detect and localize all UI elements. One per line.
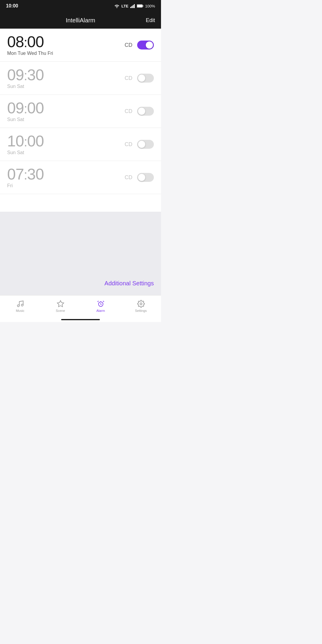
home-indicator (0, 319, 161, 322)
toggle-thumb-3 (138, 108, 145, 115)
app-header: IntelliAlarm Edit (0, 12, 161, 29)
lte-label: LTE (121, 4, 129, 8)
alarm-left-3: 09:00 Sun Sat (7, 100, 44, 122)
toggle-thumb-4 (138, 141, 145, 148)
alarm-right-3: CD (125, 107, 154, 116)
alarm-toggle-3[interactable] (137, 107, 154, 116)
alarm-item-3[interactable]: 09:00 Sun Sat CD (0, 95, 161, 128)
tab-bar: Music Scene Alarm Settings (0, 295, 161, 319)
alarm-toggle-5[interactable] (137, 173, 154, 182)
alarm-left-4: 10:00 Sun Sat (7, 133, 44, 155)
toggle-thumb-1 (146, 41, 153, 49)
home-indicator-bar (61, 319, 100, 320)
alarm-time-3: 09:00 (7, 100, 44, 116)
svg-rect-1 (131, 6, 132, 8)
svg-rect-2 (133, 5, 134, 8)
status-time: 10:00 (6, 3, 18, 9)
svg-marker-9 (57, 301, 64, 307)
alarm-cd-5: CD (125, 174, 132, 181)
tab-alarm[interactable]: Alarm (80, 300, 121, 315)
alarm-left-2: 09:30 Sun Sat (7, 67, 44, 89)
alarm-days-1: Mon Tue Wed Thu Fri (7, 51, 53, 56)
alarm-item-2[interactable]: 09:30 Sun Sat CD (0, 62, 161, 95)
tab-music-label: Music (16, 309, 24, 312)
alarm-right-5: CD (125, 173, 154, 182)
alarm-left-5: 07:30 Fri (7, 166, 44, 188)
alarm-days-4: Sun Sat (7, 150, 44, 155)
svg-rect-6 (143, 5, 143, 7)
edit-button[interactable]: Edit (146, 17, 155, 24)
alarm-time-5: 07:30 (7, 166, 44, 182)
tab-alarm-label: Alarm (96, 309, 105, 312)
music-icon (16, 300, 24, 308)
tab-settings[interactable]: Settings (121, 300, 161, 315)
battery-icon (137, 4, 143, 8)
alarm-toggle-4[interactable] (137, 140, 154, 149)
alarm-item-1[interactable]: 08:00 Mon Tue Wed Thu Fri CD (0, 29, 161, 62)
alarm-item-5[interactable]: 07:30 Fri CD (0, 161, 161, 194)
svg-point-8 (21, 304, 23, 306)
alarm-time-4: 10:00 (7, 133, 44, 149)
tab-scene-label: Scene (56, 309, 65, 312)
wifi-icon (114, 4, 120, 8)
tab-scene[interactable]: Scene (40, 300, 80, 315)
alarm-cd-4: CD (125, 141, 132, 148)
battery-label: 100% (145, 4, 155, 8)
svg-rect-5 (137, 5, 142, 7)
alarm-right-2: CD (125, 74, 154, 83)
svg-rect-3 (134, 4, 135, 8)
status-bar: 10:00 LTE 100% (0, 0, 161, 12)
alarm-days-2: Sun Sat (7, 84, 44, 89)
svg-point-7 (17, 305, 19, 307)
alarm-right-4: CD (125, 140, 154, 149)
alarm-toggle-2[interactable] (137, 74, 154, 83)
alarm-time-2: 09:30 (7, 67, 44, 83)
bottom-section: Additional Settings (0, 212, 161, 295)
alarm-item-4[interactable]: 10:00 Sun Sat CD (0, 128, 161, 161)
alarm-toggle-1[interactable] (137, 41, 154, 49)
app-title: IntelliAlarm (66, 17, 95, 24)
tab-settings-label: Settings (135, 309, 147, 312)
alarm-days-3: Sun Sat (7, 117, 44, 122)
alarm-cd-2: CD (125, 75, 132, 81)
star-icon (57, 300, 64, 308)
alarm-cd-3: CD (125, 108, 132, 114)
alarm-list: 08:00 Mon Tue Wed Thu Fri CD 09:30 Sun S… (0, 29, 161, 212)
toggle-thumb-5 (138, 174, 145, 181)
gear-icon (137, 300, 145, 308)
alarm-cd-1: CD (125, 42, 132, 48)
svg-point-11 (140, 303, 142, 305)
alarm-left-1: 08:00 Mon Tue Wed Thu Fri (7, 34, 53, 56)
alarm-right-1: CD (125, 41, 154, 49)
alarm-icon (97, 300, 105, 308)
alarm-time-1: 08:00 (7, 34, 53, 49)
signal-icon (130, 4, 135, 8)
tab-music[interactable]: Music (0, 300, 40, 315)
status-icons: LTE 100% (114, 4, 155, 8)
svg-rect-0 (130, 7, 131, 8)
alarm-days-5: Fri (7, 183, 44, 188)
toggle-thumb-2 (138, 75, 145, 82)
additional-settings-link[interactable]: Additional Settings (7, 280, 154, 289)
